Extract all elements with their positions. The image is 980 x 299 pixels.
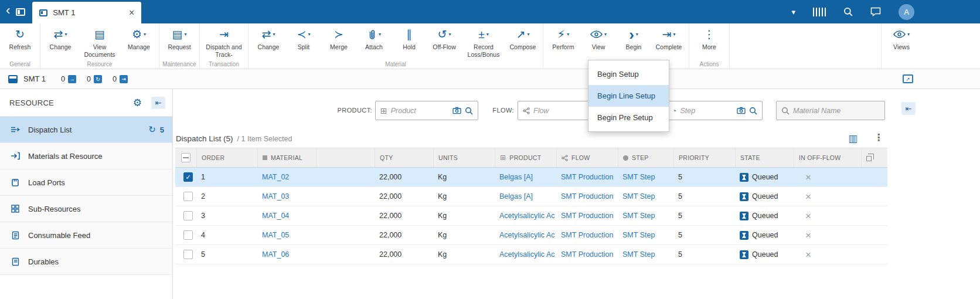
row-checkbox[interactable] — [183, 250, 193, 259]
counter-track-out[interactable]: 0⇥ — [113, 75, 128, 83]
product-link[interactable]: Belgas [A] — [499, 192, 533, 201]
search-icon[interactable] — [843, 7, 853, 16]
step-link[interactable]: SMT Step — [622, 173, 655, 181]
product-link[interactable]: Acetylsalicylic Ac — [499, 250, 554, 259]
toolbar-button-compose[interactable]: ↗▾Compose — [505, 27, 540, 51]
tab-smt1[interactable]: SMT 1 × — [32, 2, 141, 23]
toolbar-button-view-documents[interactable]: ▤View Documents — [78, 27, 121, 58]
table-row[interactable]: ✓1MAT_0222,000KgBelgas [A]SMT Production… — [175, 168, 887, 187]
more-options-icon[interactable]: ⋮ — [874, 132, 883, 143]
sidebar-item-sub-resources[interactable]: Sub-Resources — [0, 196, 172, 222]
column-header-product[interactable]: ⊞PRODUCT — [495, 148, 556, 167]
collapse-sidebar-icon[interactable]: ⇤ — [151, 97, 165, 109]
column-header-in-off-flow[interactable]: IN OFF-FLOW — [794, 148, 861, 167]
material-link[interactable]: MAT_02 — [262, 173, 289, 181]
search-icon[interactable] — [465, 107, 473, 115]
select-all-checkbox[interactable] — [181, 153, 190, 162]
gear-icon[interactable]: ⚙ — [133, 97, 142, 109]
column-header-units[interactable]: UNITS — [433, 148, 495, 167]
expand-icon[interactable]: ↗ — [903, 74, 913, 83]
column-header-order[interactable]: ORDER — [196, 148, 257, 167]
tab-close-icon[interactable]: × — [127, 8, 137, 18]
counter-track-in[interactable]: 0→ — [61, 75, 76, 83]
camera-icon[interactable] — [452, 107, 461, 114]
material-link[interactable]: MAT_03 — [262, 192, 289, 201]
sidebar-item-dispatch-list[interactable]: Dispatch List↻5 — [0, 117, 172, 143]
material-link[interactable]: MAT_05 — [262, 231, 289, 239]
menu-item-begin-setup[interactable]: Begin Setup — [588, 63, 669, 85]
toolbar-button-attach[interactable]: ▾Attach — [356, 27, 392, 51]
column-header-qty[interactable]: QTY — [375, 148, 433, 167]
column-header-state[interactable]: STATE — [735, 148, 794, 167]
step-link[interactable]: SMT Step — [622, 212, 655, 220]
column-header-priority[interactable]: PRIORITY — [673, 148, 735, 167]
barcode-icon[interactable] — [813, 8, 826, 16]
sidebar-item-consumable-feed[interactable]: Consumable Feed — [0, 222, 172, 249]
step-input[interactable] — [680, 107, 733, 115]
remove-icon[interactable]: × — [798, 172, 811, 182]
sidebar-item-materials-at-resource[interactable]: Materials at Resource — [0, 143, 172, 169]
table-row[interactable]: 4MAT_0522,000KgAcetylsalicylic AcSMT Pro… — [175, 226, 887, 245]
product-link[interactable]: Acetylsalicylic Ac — [499, 231, 554, 239]
back-icon[interactable]: ‹ — [0, 4, 16, 19]
remove-icon[interactable]: × — [798, 211, 811, 221]
flow-link[interactable]: SMT Production — [561, 173, 613, 181]
column-header-flow[interactable]: FLOW — [556, 148, 618, 167]
step-link[interactable]: SMT Step — [622, 192, 655, 201]
toolbar-button-dispatch-and-track[interactable]: ⇥Dispatch and Track- — [202, 27, 246, 58]
table-row[interactable]: 3MAT_0422,000KgAcetylsalicylic AcSMT Pro… — [175, 206, 887, 226]
toolbar-button-split[interactable]: ≺▾Split — [286, 27, 321, 51]
sidebar-item-durables[interactable]: Durables — [0, 249, 172, 275]
menu-item-begin-line-setup[interactable]: Begin Line Setup — [588, 85, 669, 107]
toolbar-button-record-loss-bonus[interactable]: ±▾Record Loss/Bonus — [462, 27, 505, 58]
toolbar-button-hold[interactable]: ∥Hold — [392, 27, 427, 51]
remove-icon[interactable]: × — [798, 250, 811, 260]
column-header-step[interactable]: STEP — [618, 148, 673, 167]
table-row[interactable]: 2MAT_0322,000KgBelgas [A]SMT ProductionS… — [175, 187, 887, 206]
toolbar-button-complete[interactable]: ⇥▾Complete — [651, 27, 686, 51]
sidebar-item-load-ports[interactable]: Load Ports — [0, 169, 172, 196]
row-checkbox[interactable] — [183, 230, 193, 240]
counter-processing[interactable]: 0↻ — [87, 75, 102, 83]
toolbar-button-begin[interactable]: ›▾Begin — [616, 27, 651, 51]
column-header-icon-11[interactable] — [861, 148, 887, 167]
material-link[interactable]: MAT_06 — [262, 250, 289, 259]
toolbar-button-refresh[interactable]: ↻Refresh — [2, 27, 38, 51]
flow-link[interactable]: SMT Production — [561, 250, 613, 259]
toolbar-button-request[interactable]: ▤▾Request — [162, 27, 197, 51]
toolbar-button-manage[interactable]: ⚙▾Manage — [121, 27, 156, 51]
window-icon[interactable] — [16, 8, 25, 16]
remove-icon[interactable]: × — [798, 192, 811, 202]
toolbar-button-more[interactable]: ⋮More — [692, 27, 727, 51]
row-checkbox[interactable] — [183, 192, 193, 201]
search-icon[interactable] — [749, 107, 757, 115]
menu-item-begin-pre-setup[interactable]: Begin Pre Setup — [588, 107, 669, 128]
flow-link[interactable]: SMT Production — [561, 212, 613, 220]
product-input[interactable] — [391, 107, 449, 115]
collapse-panel-icon[interactable]: ⇤ — [901, 102, 916, 115]
toolbar-button-view[interactable]: ▾View — [581, 27, 616, 51]
toolbar-button-off-flow[interactable]: ↺▾Off-Flow — [427, 27, 462, 51]
row-checkbox[interactable] — [183, 211, 193, 220]
step-link[interactable]: SMT Step — [622, 231, 655, 239]
toolbar-button-views[interactable]: ▾ Views — [884, 27, 919, 51]
chat-icon[interactable] — [870, 7, 881, 16]
material-link[interactable]: MAT_04 — [262, 212, 289, 220]
toolbar-button-merge[interactable]: ≻Merge — [321, 27, 356, 51]
flow-link[interactable]: SMT Production — [561, 192, 613, 201]
flow-link[interactable]: SMT Production — [561, 231, 613, 239]
product-link[interactable]: Belgas [A] — [499, 173, 533, 181]
step-link[interactable]: SMT Step — [622, 250, 655, 259]
row-checkbox[interactable]: ✓ — [183, 172, 193, 182]
toolbar-button-change[interactable]: ⇄▾Change — [43, 27, 78, 51]
toolbar-button-change[interactable]: ⇄▾Change — [251, 27, 286, 51]
avatar[interactable]: A — [899, 4, 914, 20]
table-row[interactable]: 5MAT_0622,000KgAcetylsalicylic AcSMT Pro… — [175, 245, 887, 264]
chevron-down-icon[interactable]: ▾ — [791, 8, 795, 16]
column-header-material[interactable]: MATERIAL — [257, 148, 316, 167]
column-chooser-icon[interactable]: ▥ — [848, 132, 858, 145]
column-header-icon-2[interactable] — [316, 148, 375, 167]
refresh-count-badge[interactable]: ↻5 — [148, 124, 164, 135]
remove-icon[interactable]: × — [798, 230, 811, 240]
camera-icon[interactable] — [737, 107, 746, 114]
